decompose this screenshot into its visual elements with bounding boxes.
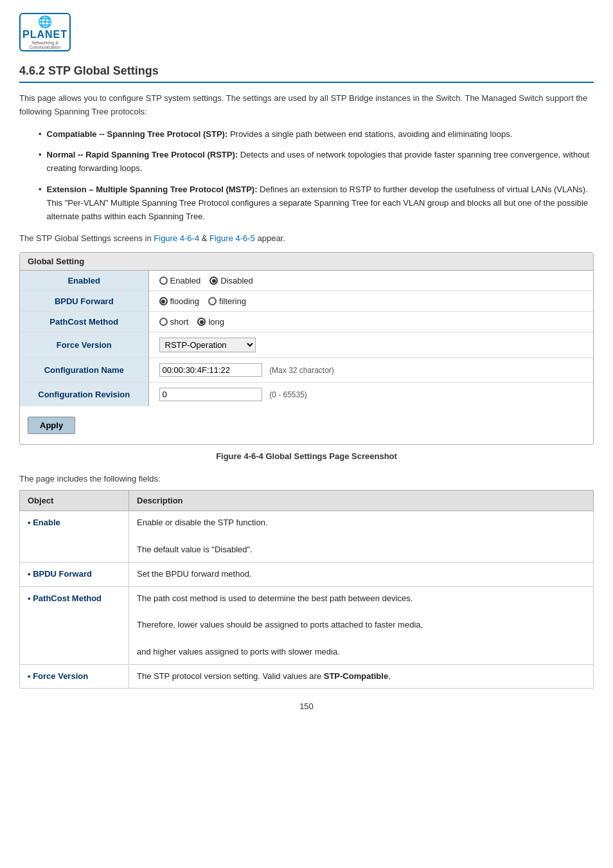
- force-version-select[interactable]: STP-Compatible RSTP-Operation MSTP-Opera…: [159, 338, 256, 352]
- label-pathcost: PathCost Method: [20, 312, 148, 332]
- table-row: • Enable Enable or disable the STP funct…: [20, 511, 594, 562]
- col-header-description: Description: [129, 491, 594, 511]
- apply-button[interactable]: Apply: [28, 417, 75, 434]
- list-item: Compatiable -- Spanning Tree Protocol (S…: [39, 128, 594, 141]
- label-config-revision: Configuration Revision: [20, 383, 148, 407]
- global-setting-title: Global Setting: [20, 253, 593, 271]
- logo-area: 🌐 PLANET Networking & Communication: [19, 13, 594, 51]
- label-force-version: Force Version: [20, 332, 148, 358]
- radio-flooding[interactable]: flooding: [159, 296, 200, 306]
- obj-enable: • Enable: [20, 511, 129, 562]
- radio-label-flooding: flooding: [170, 296, 200, 306]
- config-name-hint: (Max 32 charactor): [269, 366, 334, 375]
- radio-circle-enabled: [159, 276, 168, 285]
- bullet-label-2: Normal -- Rapid Spanning Tree Protocol (…: [47, 150, 238, 159]
- radio-label-long: long: [208, 317, 224, 327]
- figure-link-2[interactable]: Figure 4-6-5: [209, 233, 255, 243]
- page-heading: 4.6.2 STP Global Settings: [19, 64, 594, 83]
- table-row: • Force Version The STP protocol version…: [20, 664, 594, 689]
- desc-pathcost: The path cost method is used to determin…: [129, 586, 594, 664]
- radio-short[interactable]: short: [159, 317, 189, 327]
- radio-circle-short: [159, 318, 168, 326]
- table-row: Force Version STP-Compatible RSTP-Operat…: [20, 332, 593, 358]
- radio-filtering[interactable]: filtering: [208, 296, 246, 306]
- radio-enabled[interactable]: Enabled: [159, 276, 201, 285]
- table-row: BPDU Forward flooding filtering: [20, 291, 593, 312]
- enabled-radio-group: Enabled Disabled: [159, 276, 583, 285]
- logo-text: PLANET: [22, 29, 67, 41]
- page-number: 150: [19, 701, 594, 711]
- figure-link-1[interactable]: Figure 4-6-4: [154, 233, 199, 243]
- description-table: Object Description • Enable Enable or di…: [19, 490, 594, 689]
- table-row: • PathCost Method The path cost method i…: [20, 586, 594, 664]
- table-row: Configuration Revision (0 - 65535): [20, 383, 593, 407]
- radio-circle-filtering: [208, 297, 217, 305]
- figure-caption: Figure 4-6-4 Global Settings Page Screen…: [19, 451, 594, 461]
- logo-subtitle: Networking & Communication: [23, 41, 67, 50]
- value-config-revision: (0 - 65535): [148, 383, 593, 407]
- radio-label-filtering: filtering: [219, 296, 246, 306]
- value-bpdu: flooding filtering: [148, 291, 593, 312]
- fields-intro: The page includes the following fields:: [19, 474, 594, 484]
- radio-circle-disabled: [209, 276, 218, 285]
- obj-force-version: • Force Version: [20, 664, 129, 689]
- intro-paragraph: This page allows you to configure STP sy…: [19, 92, 594, 119]
- bpdu-radio-group: flooding filtering: [159, 296, 583, 306]
- config-revision-hint: (0 - 65535): [269, 390, 307, 399]
- list-item: Normal -- Rapid Spanning Tree Protocol (…: [39, 149, 594, 176]
- bullet-text-1: Provides a single path between end stati…: [230, 129, 512, 139]
- radio-label-short: short: [170, 317, 189, 327]
- label-config-name: Configuration Name: [20, 358, 148, 383]
- apply-area: Apply: [20, 406, 593, 444]
- desc-force-version: The STP protocol version setting. Valid …: [129, 664, 594, 689]
- bullet-label-3: Extension – Multiple Spanning Tree Proto…: [47, 185, 258, 194]
- label-enabled: Enabled: [20, 271, 148, 291]
- table-header-row: Object Description: [20, 491, 594, 511]
- radio-label-disabled: Disabled: [220, 276, 253, 285]
- config-name-input[interactable]: [159, 363, 262, 377]
- radio-label-enabled: Enabled: [170, 276, 201, 285]
- table-row: • BPDU Forward Set the BPDU forward meth…: [20, 562, 594, 586]
- obj-pathcost: • PathCost Method: [20, 586, 129, 664]
- global-setting-box: Global Setting Enabled Enabled Disabled: [19, 252, 594, 445]
- value-enabled: Enabled Disabled: [148, 271, 593, 291]
- logo-icon: 🌐: [38, 15, 52, 29]
- table-row: PathCost Method short long: [20, 312, 593, 332]
- feature-list: Compatiable -- Spanning Tree Protocol (S…: [39, 128, 594, 224]
- col-header-object: Object: [20, 491, 129, 511]
- radio-long[interactable]: long: [197, 317, 224, 327]
- table-row: Configuration Name (Max 32 charactor): [20, 358, 593, 383]
- label-bpdu: BPDU Forward: [20, 291, 148, 312]
- value-pathcost: short long: [148, 312, 593, 332]
- pathcost-radio-group: short long: [159, 317, 583, 327]
- radio-circle-long: [197, 318, 206, 326]
- list-item: Extension – Multiple Spanning Tree Proto…: [39, 183, 594, 223]
- radio-circle-flooding: [159, 297, 168, 305]
- desc-bpdu: Set the BPDU forward method.: [129, 562, 594, 586]
- bullet-label-1: Compatiable -- Spanning Tree Protocol (S…: [47, 129, 228, 139]
- setting-table: Enabled Enabled Disabled BPDU Forward: [20, 271, 593, 406]
- table-row: Enabled Enabled Disabled: [20, 271, 593, 291]
- value-config-name: (Max 32 charactor): [148, 358, 593, 383]
- logo-box: 🌐 PLANET Networking & Communication: [19, 13, 71, 51]
- radio-disabled[interactable]: Disabled: [209, 276, 253, 285]
- desc-enable: Enable or disable the STP function. The …: [129, 511, 594, 562]
- value-force-version: STP-Compatible RSTP-Operation MSTP-Opera…: [148, 332, 593, 358]
- figure-reference: The STP Global Settings screens in Figur…: [19, 233, 594, 243]
- obj-bpdu: • BPDU Forward: [20, 562, 129, 586]
- config-revision-input[interactable]: [159, 388, 262, 401]
